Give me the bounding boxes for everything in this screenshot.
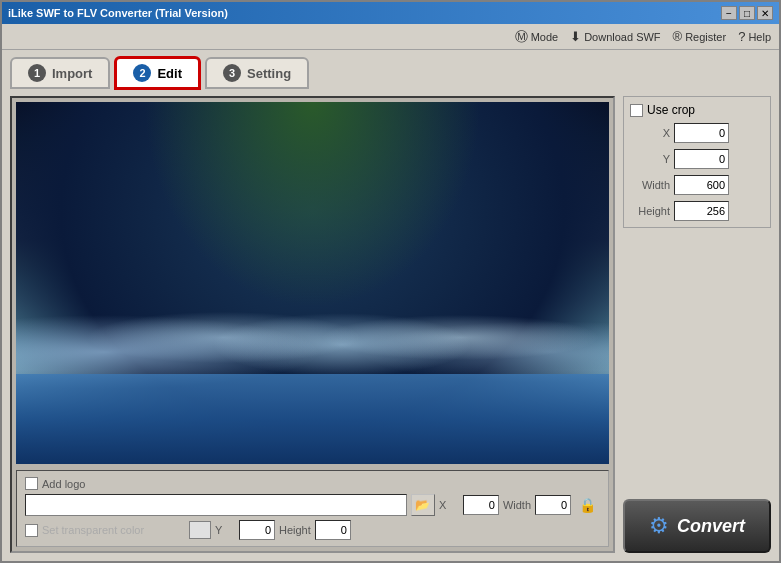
tab-setting-num: 3 <box>223 64 241 82</box>
transparent-row-container: Set transparent color Y Height <box>25 520 600 540</box>
tab-import-num: 1 <box>28 64 46 82</box>
tab-edit[interactable]: 2 Edit <box>114 56 201 90</box>
mode-label: Mode <box>531 31 559 43</box>
folder-browse-button[interactable]: 📂 <box>411 494 435 516</box>
add-logo-label[interactable]: Add logo <box>25 477 85 490</box>
crop-y-input[interactable] <box>674 149 729 169</box>
main-panel: Add logo 📂 X Width <box>10 96 615 553</box>
logo-input-row: 📂 X Width 🔒 <box>25 494 600 516</box>
logo-width-input[interactable] <box>535 495 571 515</box>
logo-width-group: Width <box>503 495 571 515</box>
color-swatch[interactable] <box>189 521 211 539</box>
logo-path-input[interactable] <box>25 494 407 516</box>
minimize-button[interactable]: − <box>721 6 737 20</box>
crop-x-row: X <box>630 123 764 143</box>
download-icon: ⬇ <box>570 29 581 44</box>
logo-width-label: Width <box>503 499 531 511</box>
title-bar: iLike SWF to FLV Converter (Trial Versio… <box>2 2 779 24</box>
right-panel: Use crop X Y Width Height <box>623 96 771 553</box>
crop-height-row: Height <box>630 201 764 221</box>
add-logo-text: Add logo <box>42 478 85 490</box>
logo-y-input[interactable] <box>239 520 275 540</box>
tab-edit-label: Edit <box>157 66 182 81</box>
register-label: Register <box>685 31 726 43</box>
close-button[interactable]: ✕ <box>757 6 773 20</box>
tab-edit-num: 2 <box>133 64 151 82</box>
use-crop-checkbox[interactable] <box>630 104 643 117</box>
logo-y-label: Y <box>215 524 235 536</box>
video-preview <box>16 102 609 464</box>
crop-x-label: X <box>630 127 670 139</box>
mode-icon: Ⓜ <box>515 28 528 46</box>
transparent-checkbox[interactable] <box>25 524 38 537</box>
convert-label: Convert <box>677 516 745 537</box>
logo-row: Add logo <box>25 477 600 490</box>
crop-height-label: Height <box>630 205 670 217</box>
lock-area: 🔒 <box>575 497 600 513</box>
tab-setting[interactable]: 3 Setting <box>205 57 309 89</box>
register-menu[interactable]: ® Register <box>673 29 727 44</box>
crop-width-row: Width <box>630 175 764 195</box>
transparent-label[interactable]: Set transparent color <box>25 524 185 537</box>
help-menu[interactable]: ? Help <box>738 29 771 44</box>
lock-icon: 🔒 <box>579 497 596 513</box>
window-title: iLike SWF to FLV Converter (Trial Versio… <box>8 7 228 19</box>
title-bar-buttons: − □ ✕ <box>721 6 773 20</box>
help-label: Help <box>748 31 771 43</box>
tab-setting-label: Setting <box>247 66 291 81</box>
help-icon: ? <box>738 29 745 44</box>
download-menu[interactable]: ⬇ Download SWF <box>570 29 660 44</box>
logo-height-group: Height <box>279 520 351 540</box>
add-logo-checkbox[interactable] <box>25 477 38 490</box>
crop-y-label: Y <box>630 153 670 165</box>
menu-bar: Ⓜ Mode ⬇ Download SWF ® Register ? Help <box>2 24 779 50</box>
crop-y-row: Y <box>630 149 764 169</box>
crop-height-input[interactable] <box>674 201 729 221</box>
content-area: Add logo 📂 X Width <box>2 90 779 561</box>
maximize-button[interactable]: □ <box>739 6 755 20</box>
logo-y-group: Y <box>215 520 275 540</box>
water-surface <box>16 374 609 465</box>
convert-icon: ⚙ <box>649 513 669 539</box>
transparent-text: Set transparent color <box>42 524 144 536</box>
logo-x-input[interactable] <box>463 495 499 515</box>
tab-import[interactable]: 1 Import <box>10 57 110 89</box>
use-crop-label: Use crop <box>647 103 695 117</box>
video-area <box>16 102 609 464</box>
logo-height-label: Height <box>279 524 311 536</box>
mode-menu[interactable]: Ⓜ Mode <box>515 28 559 46</box>
download-label: Download SWF <box>584 31 660 43</box>
main-window: iLike SWF to FLV Converter (Trial Versio… <box>0 0 781 563</box>
tabs-row: 1 Import 2 Edit 3 Setting <box>2 50 779 90</box>
folder-icon: 📂 <box>415 498 430 512</box>
convert-button[interactable]: ⚙ Convert <box>623 499 771 553</box>
crop-width-label: Width <box>630 179 670 191</box>
register-icon: ® <box>673 29 683 44</box>
logo-height-input[interactable] <box>315 520 351 540</box>
logo-x-group: X <box>439 495 499 515</box>
crop-section: Use crop X Y Width Height <box>623 96 771 228</box>
tab-import-label: Import <box>52 66 92 81</box>
logo-x-label: X <box>439 499 459 511</box>
crop-width-input[interactable] <box>674 175 729 195</box>
bottom-controls: Add logo 📂 X Width <box>16 470 609 547</box>
crop-x-input[interactable] <box>674 123 729 143</box>
crop-header: Use crop <box>630 103 764 117</box>
